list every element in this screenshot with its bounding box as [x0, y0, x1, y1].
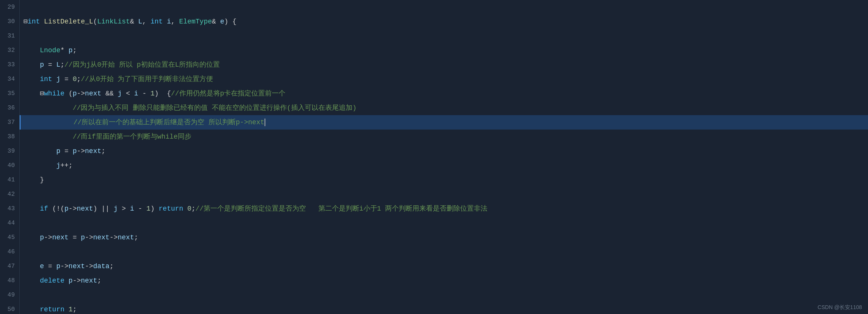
token-var: next [85, 86, 101, 101]
token-var: j [56, 72, 60, 86]
token-op: ⊟ [40, 86, 44, 101]
token-var: j [56, 158, 60, 173]
line-number: 42 [3, 187, 15, 202]
token-op: < [122, 86, 134, 101]
token-op: ⊟ [24, 14, 28, 29]
token-kw: return [40, 302, 64, 314]
line-number: 40 [3, 158, 15, 173]
code-line[interactable]: delete p->next; [20, 273, 868, 288]
token-comment: //从0开始 为了下面用于判断非法位置方便 [81, 72, 213, 86]
token-var: i [134, 86, 138, 101]
code-line[interactable]: } [20, 173, 868, 187]
token-num: 0 [187, 202, 191, 216]
token-var: data [93, 259, 110, 273]
token-op: ; [134, 230, 138, 245]
line-number: 46 [3, 245, 15, 259]
token-var: p [73, 144, 77, 158]
token-op: } [40, 173, 44, 187]
code-line[interactable]: //所以在前一个的基础上判断后继是否为空 所以判断p->next [20, 115, 868, 130]
token-var: next [69, 259, 85, 273]
line-number: 41 [3, 173, 15, 187]
token-arrow: -> [77, 86, 85, 101]
token-op: ) || [93, 202, 114, 216]
token-comment: //作用仍然是将p卡在指定位置前一个 [171, 86, 285, 101]
token-comment: //因为与插入不同 删除只能删除已经有的值 不能在空的位置进行操作(插入可以在表… [73, 101, 357, 115]
code-line[interactable]: ⊟int ListDelete_L(LinkList& L, int i, El… [20, 14, 868, 29]
token-op: ) { [224, 14, 236, 29]
code-line[interactable] [20, 288, 868, 302]
token-kw: if [40, 202, 48, 216]
token-comment: //因为j从0开始 所以 p初始位置在L所指向的位置 [64, 58, 220, 72]
token-op: ; [97, 273, 101, 288]
text-cursor [265, 119, 265, 126]
code-line[interactable] [20, 29, 868, 43]
token-white [163, 14, 167, 29]
code-line[interactable]: ⊟while (p->next && j < i - 1) {//作用仍然是将p… [20, 86, 868, 101]
token-kw: return [159, 202, 183, 216]
line-number-gutter: 2930313233343536373839404142434445464748… [0, 0, 20, 314]
token-var: j [118, 86, 122, 101]
line-number: 35 [3, 86, 15, 101]
code-line[interactable]: Lnode* p; [20, 43, 868, 58]
token-var: e [220, 14, 224, 29]
token-op: - [134, 202, 146, 216]
token-op: (!( [48, 202, 64, 216]
token-comment: //所以在前一个的基础上判断后继是否为空 所以判断p->next [74, 115, 265, 130]
code-editor: 2930313233343536373839404142434445464748… [0, 0, 868, 314]
token-var: p [73, 86, 77, 101]
token-op: , [171, 14, 179, 29]
token-var: j [114, 202, 118, 216]
token-var: p [40, 230, 44, 245]
code-line[interactable]: if (!(p->next) || j > i - 1) return 0;//… [20, 202, 868, 216]
code-line[interactable]: int j = 0;//从0开始 为了下面用于判断非法位置方便 [20, 72, 868, 86]
token-op: * [60, 43, 69, 58]
token-op: ; [191, 202, 196, 216]
token-arrow: -> [110, 230, 118, 245]
token-kw: delete [40, 273, 64, 288]
line-number: 50 [3, 302, 15, 314]
token-type: ElemType [179, 14, 212, 29]
token-var: next [118, 230, 134, 245]
token-op: ( [93, 14, 97, 29]
code-line[interactable]: j++; [20, 158, 868, 173]
token-num: 1 [69, 302, 73, 314]
token-op: , [142, 14, 150, 29]
line-number: 47 [3, 259, 15, 273]
line-number: 45 [3, 230, 15, 245]
code-line[interactable]: p->next = p->next->next; [20, 230, 868, 245]
token-type: LinkList [97, 14, 130, 29]
token-white [64, 273, 69, 288]
token-op: = [60, 72, 72, 86]
token-arrow: -> [73, 273, 81, 288]
token-op: ; [73, 302, 77, 314]
token-var: next [52, 230, 69, 245]
code-content[interactable]: ⊟int ListDelete_L(LinkList& L, int i, El… [20, 0, 868, 314]
code-line[interactable]: p = L;//因为j从0开始 所以 p初始位置在L所指向的位置 [20, 58, 868, 72]
token-arrow: -> [69, 202, 77, 216]
code-line[interactable] [20, 245, 868, 259]
token-op: = [69, 230, 81, 245]
line-number: 31 [3, 29, 15, 43]
token-op: = [44, 259, 56, 273]
code-line[interactable] [20, 216, 868, 230]
token-op: = [44, 58, 56, 72]
code-line[interactable]: p = p->next; [20, 144, 868, 158]
token-var: p [69, 273, 73, 288]
token-var: L [56, 58, 60, 72]
token-arrow: -> [44, 230, 52, 245]
code-line[interactable]: //因为与插入不同 删除只能删除已经有的值 不能在空的位置进行操作(插入可以在表… [20, 101, 868, 115]
code-line[interactable]: return 1; [20, 302, 868, 314]
code-line[interactable] [20, 187, 868, 202]
token-white [40, 14, 44, 29]
line-number: 33 [3, 58, 15, 72]
token-op: - [138, 86, 150, 101]
code-line[interactable] [20, 0, 868, 14]
line-number: 34 [3, 72, 15, 86]
line-number: 38 [3, 130, 15, 144]
token-kw: int [40, 72, 52, 86]
token-op: ; [101, 144, 105, 158]
watermark: CSDN @长安1108 [818, 304, 862, 311]
token-op: ) [150, 202, 159, 216]
code-line[interactable]: //而if里面的第一个判断与while同步 [20, 130, 868, 144]
code-line[interactable]: e = p->next->data; [20, 259, 868, 273]
